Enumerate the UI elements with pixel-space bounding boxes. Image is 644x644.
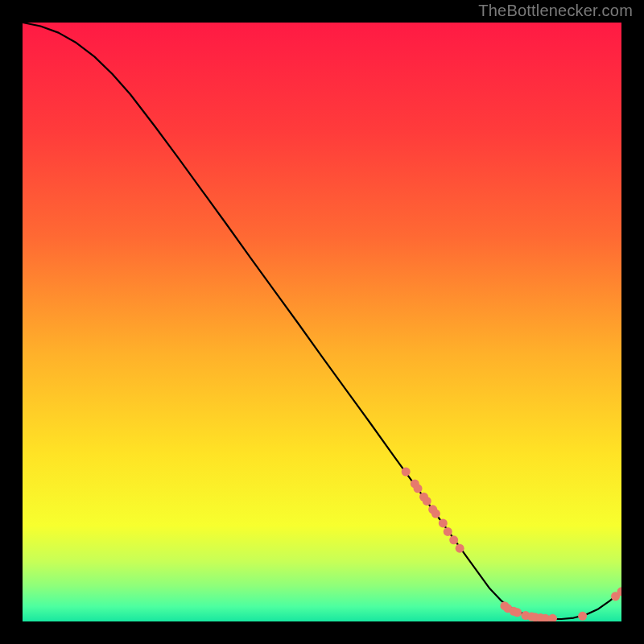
plot-area xyxy=(23,23,621,621)
highlight-dot xyxy=(423,497,431,506)
highlight-dot xyxy=(439,518,448,527)
chart-svg xyxy=(23,23,621,621)
highlight-dot xyxy=(456,544,464,553)
highlight-dot xyxy=(513,608,522,617)
highlight-dot xyxy=(449,535,458,544)
highlight-dot xyxy=(444,527,452,536)
highlight-dot xyxy=(414,484,423,493)
chart-frame: TheBottlenecker.com xyxy=(0,0,644,644)
gradient-background xyxy=(23,23,621,621)
highlight-dot xyxy=(402,468,411,477)
highlight-dot xyxy=(578,612,587,621)
highlight-dot xyxy=(431,510,440,518)
watermark-text: TheBottlenecker.com xyxy=(478,2,633,20)
